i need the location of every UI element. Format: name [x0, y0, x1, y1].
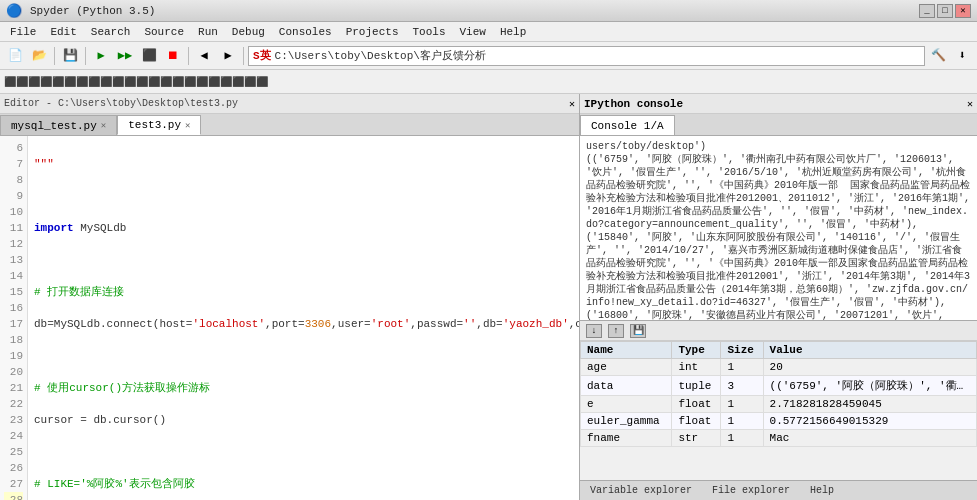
var-import-button[interactable]: ↓: [586, 324, 602, 338]
var-value: 20: [763, 359, 976, 376]
var-type: int: [672, 359, 721, 376]
run-cell-button[interactable]: ▶▶: [114, 45, 136, 67]
stop-button[interactable]: ⏹: [162, 45, 184, 67]
tab-file-explorer[interactable]: File explorer: [702, 483, 800, 498]
var-value: 2.718281828459045: [763, 396, 976, 413]
var-type: float: [672, 396, 721, 413]
editor-close-icon[interactable]: ✕: [569, 98, 575, 110]
console-tabs: Console 1/A: [580, 114, 977, 136]
title-controls: _ □ ✕: [919, 4, 971, 18]
menu-projects[interactable]: Projects: [340, 25, 405, 39]
run-button[interactable]: ▶: [90, 45, 112, 67]
open-file-button[interactable]: 📂: [28, 45, 50, 67]
toolbar2: ⬛⬛⬛⬛⬛⬛⬛⬛⬛⬛⬛⬛⬛⬛⬛⬛⬛⬛⬛⬛⬛⬛: [0, 70, 977, 94]
menu-search[interactable]: Search: [85, 25, 137, 39]
console-output: users/toby/desktop') (('6759', '阿胶（阿胶珠）'…: [586, 140, 971, 320]
tab-test3-label: test3.py: [128, 119, 181, 131]
var-name: age: [581, 359, 672, 376]
menu-help[interactable]: Help: [494, 25, 532, 39]
var-size: 1: [721, 430, 763, 447]
maximize-button[interactable]: □: [937, 4, 953, 18]
minimize-button[interactable]: _: [919, 4, 935, 18]
var-table-body: age int 1 20 data tuple 3 (('6759', '阿胶（…: [581, 359, 977, 447]
editor-path: Editor - C:\Users\toby\Desktop\test3.py: [4, 98, 238, 109]
title-left: 🔵 Spyder (Python 3.5): [6, 3, 155, 19]
var-name: fname: [581, 430, 672, 447]
code-content[interactable]: """ import MySQLdb # 打开数据库连接 db=MySQLdb.…: [28, 136, 579, 500]
toolbar-separator-1: [54, 47, 55, 65]
tab-variable-explorer[interactable]: Variable explorer: [580, 483, 702, 498]
address-bar[interactable]: S英 C:\Users\toby\Desktop\客户反馈分析: [248, 46, 925, 66]
address-icon: S英: [253, 48, 271, 63]
menu-edit[interactable]: Edit: [44, 25, 82, 39]
menu-debug[interactable]: Debug: [226, 25, 271, 39]
toolbar2-label: ⬛⬛⬛⬛⬛⬛⬛⬛⬛⬛⬛⬛⬛⬛⬛⬛⬛⬛⬛⬛⬛⬛: [4, 76, 268, 88]
menu-tools[interactable]: Tools: [406, 25, 451, 39]
menu-file[interactable]: File: [4, 25, 42, 39]
save-button[interactable]: 💾: [59, 45, 81, 67]
col-type[interactable]: Type: [672, 342, 721, 359]
var-name: e: [581, 396, 672, 413]
editor-panel: Editor - C:\Users\toby\Desktop\test3.py …: [0, 94, 580, 500]
var-save-button[interactable]: 💾: [630, 324, 646, 338]
menu-source[interactable]: Source: [138, 25, 190, 39]
table-row[interactable]: e float 1 2.718281828459045: [581, 396, 977, 413]
toolbar-separator-4: [243, 47, 244, 65]
new-file-button[interactable]: 📄: [4, 45, 26, 67]
tab-test3[interactable]: test3.py ✕: [117, 115, 201, 135]
close-button[interactable]: ✕: [955, 4, 971, 18]
console-close-icon[interactable]: ✕: [967, 98, 973, 110]
address-text: C:\Users\toby\Desktop\客户反馈分析: [275, 48, 486, 63]
forward-button[interactable]: ▶: [217, 45, 239, 67]
var-export-button[interactable]: ↑: [608, 324, 624, 338]
table-row[interactable]: age int 1 20: [581, 359, 977, 376]
var-table: Name Type Size Value age int 1 20 data t…: [580, 341, 977, 480]
col-name[interactable]: Name: [581, 342, 672, 359]
menu-bar: File Edit Search Source Run Debug Consol…: [0, 22, 977, 42]
toolbar-separator-2: [85, 47, 86, 65]
title-bar: 🔵 Spyder (Python 3.5) _ □ ✕: [0, 0, 977, 22]
tab-console-1a-label: Console 1/A: [591, 120, 664, 132]
bottom-tabs: Variable explorer File explorer Help: [580, 480, 977, 500]
col-value[interactable]: Value: [763, 342, 976, 359]
line-numbers: 6 7 8 9 10 11 12 13 14 15 16 17 18 19 20…: [0, 136, 28, 500]
console-title: IPython console: [584, 98, 683, 110]
var-explorer-header: ↓ ↑ 💾: [580, 321, 977, 341]
col-size[interactable]: Size: [721, 342, 763, 359]
variable-explorer: ↓ ↑ 💾 Name Type Size Value a: [580, 320, 977, 500]
toolbar-separator-3: [188, 47, 189, 65]
back-button[interactable]: ◀: [193, 45, 215, 67]
var-name: data: [581, 376, 672, 396]
var-type: tuple: [672, 376, 721, 396]
toolbar-extra-2[interactable]: ⬇: [951, 45, 973, 67]
menu-consoles[interactable]: Consoles: [273, 25, 338, 39]
table-row[interactable]: data tuple 3 (('6759', '阿胶（阿胶珠）', '衢州南孔中…: [581, 376, 977, 396]
console-header: IPython console ✕: [580, 94, 977, 114]
tab-help[interactable]: Help: [800, 483, 844, 498]
table-row[interactable]: euler_gamma float 1 0.5772156649015329: [581, 413, 977, 430]
var-type: float: [672, 413, 721, 430]
var-size: 1: [721, 359, 763, 376]
tab-mysql-test-close[interactable]: ✕: [101, 120, 106, 131]
variables-table: Name Type Size Value age int 1 20 data t…: [580, 341, 977, 447]
tab-mysql-test-label: mysql_test.py: [11, 120, 97, 132]
menu-run[interactable]: Run: [192, 25, 224, 39]
console-area[interactable]: users/toby/desktop') (('6759', '阿胶（阿胶珠）'…: [580, 136, 977, 320]
editor-header: Editor - C:\Users\toby\Desktop\test3.py …: [0, 94, 579, 114]
var-size: 3: [721, 376, 763, 396]
table-row[interactable]: fname str 1 Mac: [581, 430, 977, 447]
tab-test3-close[interactable]: ✕: [185, 120, 190, 131]
var-size: 1: [721, 413, 763, 430]
menu-view[interactable]: View: [454, 25, 492, 39]
var-size: 1: [721, 396, 763, 413]
toolbar-extra-1[interactable]: 🔨: [927, 45, 949, 67]
var-value: 0.5772156649015329: [763, 413, 976, 430]
code-area[interactable]: 6 7 8 9 10 11 12 13 14 15 16 17 18 19 20…: [0, 136, 579, 500]
right-panel: IPython console ✕ Console 1/A users/toby…: [580, 94, 977, 500]
tab-mysql-test[interactable]: mysql_test.py ✕: [0, 115, 117, 135]
var-value: (('6759', '阿胶（阿胶珠）', '衢州南孔中药有限公司...: [763, 376, 976, 396]
debug-button[interactable]: ⬛: [138, 45, 160, 67]
main-area: Editor - C:\Users\toby\Desktop\test3.py …: [0, 94, 977, 500]
tab-console-1a[interactable]: Console 1/A: [580, 115, 675, 135]
toolbar: 📄 📂 💾 ▶ ▶▶ ⬛ ⏹ ◀ ▶ S英 C:\Users\toby\Desk…: [0, 42, 977, 70]
